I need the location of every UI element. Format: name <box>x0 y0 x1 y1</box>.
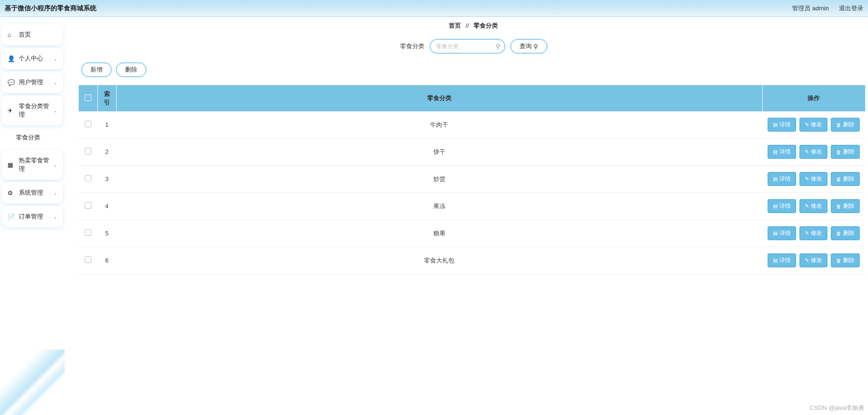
query-button-label: 查询 <box>519 42 532 51</box>
send-icon: ✈ <box>7 107 15 114</box>
edit-button[interactable]: ✎修改 <box>800 199 827 213</box>
detail-button[interactable]: ▤详情 <box>768 226 796 240</box>
trash-icon: 🗑 <box>836 176 841 182</box>
edit-button[interactable]: ✎修改 <box>800 118 827 131</box>
table-header-row: 索引 零食分类 操作 <box>79 85 865 111</box>
home-icon: ⌂ <box>7 31 15 38</box>
toolbar: 新增 删除 <box>79 63 868 85</box>
trash-icon: 🗑 <box>836 122 841 128</box>
search-icon: ⚲ <box>534 43 538 50</box>
row-delete-button[interactable]: 🗑删除 <box>831 226 860 240</box>
data-table: 索引 零食分类 操作 1牛肉干▤详情✎修改🗑删除2饼干▤详情✎修改🗑删除3炒货▤… <box>79 85 865 274</box>
user-label[interactable]: 管理员 admin <box>792 5 829 12</box>
document-icon: ▤ <box>773 230 778 236</box>
cell-category: 饼干 <box>116 138 762 166</box>
sidebar-item-label: 首页 <box>19 30 57 39</box>
sidebar-item-hot[interactable]: ▦ 热卖零食管理 ⌄ <box>2 150 63 180</box>
chevron-down-icon: ⌄ <box>53 108 57 113</box>
chevron-down-icon: ⌄ <box>53 162 57 167</box>
table-row: 2饼干▤详情✎修改🗑删除 <box>79 138 865 166</box>
sidebar-decoration <box>0 349 65 415</box>
table-row: 6零食大礼包▤详情✎修改🗑删除 <box>79 247 865 274</box>
breadcrumb-current: 零食分类 <box>474 22 498 29</box>
breadcrumb: 首页 // 零食分类 <box>79 17 868 33</box>
row-delete-button[interactable]: 🗑删除 <box>831 145 860 159</box>
document-icon: 📄 <box>7 213 15 220</box>
edit-icon: ✎ <box>805 203 809 209</box>
detail-button[interactable]: ▤详情 <box>768 172 796 186</box>
table-row: 4果冻▤详情✎修改🗑删除 <box>79 193 865 220</box>
trash-icon: 🗑 <box>836 149 841 155</box>
trash-icon: 🗑 <box>836 258 841 263</box>
cell-index: 1 <box>97 111 116 138</box>
sidebar-item-orders[interactable]: 📄 订单管理 ⌄ <box>2 206 63 227</box>
edit-button[interactable]: ✎修改 <box>800 145 827 159</box>
document-icon: ▤ <box>773 203 778 209</box>
header-category: 零食分类 <box>116 85 762 111</box>
app-title: 基于微信小程序的零食商城系统 <box>5 4 96 13</box>
cell-category: 糖果 <box>116 220 762 247</box>
delete-button[interactable]: 删除 <box>116 63 146 77</box>
sidebar-item-system[interactable]: ⚙ 系统管理 ⌄ <box>2 182 63 204</box>
query-button[interactable]: 查询 ⚲ <box>511 39 547 53</box>
sidebar: ⌂ 首页 👤 个人中心 ⌄ 💬 用户管理 ⌄ ✈ 零食分类管理 ⌄ 零食分类 ▦… <box>0 17 65 415</box>
logout-link[interactable]: 退出登录 <box>839 5 863 12</box>
row-checkbox[interactable] <box>85 148 91 154</box>
cell-index: 2 <box>97 138 116 166</box>
sidebar-item-label: 订单管理 <box>19 212 53 221</box>
sidebar-item-category[interactable]: ✈ 零食分类管理 ⌄ <box>2 95 63 125</box>
sidebar-item-label: 用户管理 <box>19 78 53 87</box>
edit-icon: ✎ <box>805 149 809 155</box>
sidebar-item-label: 零食分类管理 <box>19 102 53 119</box>
user-icon: 👤 <box>7 55 15 62</box>
main-content: 首页 // 零食分类 零食分类 ⚲ 查询 ⚲ 新增 删除 索引 <box>65 17 868 415</box>
header-ops: 操作 <box>762 85 865 111</box>
document-icon: ▤ <box>773 176 778 182</box>
search-row: 零食分类 ⚲ 查询 ⚲ <box>79 33 868 63</box>
cell-index: 3 <box>97 166 116 193</box>
detail-button[interactable]: ▤详情 <box>768 199 796 213</box>
add-button[interactable]: 新增 <box>82 63 111 77</box>
cell-category: 果冻 <box>116 193 762 220</box>
chevron-down-icon: ⌄ <box>53 214 57 219</box>
row-checkbox[interactable] <box>85 202 91 209</box>
sidebar-item-label: 个人中心 <box>19 54 53 63</box>
cell-index: 4 <box>97 193 116 220</box>
checkbox-all[interactable] <box>85 95 91 101</box>
cell-category: 牛肉干 <box>116 111 762 138</box>
trash-icon: 🗑 <box>836 231 841 236</box>
edit-icon: ✎ <box>805 257 809 263</box>
topbar: 基于微信小程序的零食商城系统 管理员 admin 退出登录 <box>0 0 868 17</box>
sidebar-item-label: 系统管理 <box>19 189 53 197</box>
edit-button[interactable]: ✎修改 <box>800 254 827 267</box>
search-input[interactable] <box>430 39 505 53</box>
header-checkbox <box>79 85 97 111</box>
trash-icon: 🗑 <box>836 204 841 209</box>
row-checkbox[interactable] <box>85 175 91 182</box>
detail-button[interactable]: ▤详情 <box>768 118 796 131</box>
row-delete-button[interactable]: 🗑删除 <box>831 199 860 213</box>
detail-button[interactable]: ▤详情 <box>768 254 796 267</box>
edit-button[interactable]: ✎修改 <box>800 172 827 186</box>
table-row: 5糖果▤详情✎修改🗑删除 <box>79 220 865 247</box>
row-delete-button[interactable]: 🗑删除 <box>831 254 860 267</box>
chevron-down-icon: ⌄ <box>53 80 57 85</box>
breadcrumb-home[interactable]: 首页 <box>449 22 461 29</box>
sidebar-subitem-category[interactable]: 零食分类 <box>0 128 65 147</box>
header-index: 索引 <box>97 85 116 111</box>
table-row: 1牛肉干▤详情✎修改🗑删除 <box>79 111 865 138</box>
sidebar-item-home[interactable]: ⌂ 首页 <box>2 24 63 45</box>
row-checkbox[interactable] <box>85 229 91 236</box>
document-icon: ▤ <box>773 149 778 155</box>
edit-button[interactable]: ✎修改 <box>800 226 827 240</box>
sidebar-item-profile[interactable]: 👤 个人中心 ⌄ <box>2 48 63 69</box>
sidebar-item-users[interactable]: 💬 用户管理 ⌄ <box>2 72 63 93</box>
chevron-down-icon: ⌄ <box>53 190 57 196</box>
row-delete-button[interactable]: 🗑删除 <box>831 172 860 186</box>
detail-button[interactable]: ▤详情 <box>768 145 796 159</box>
breadcrumb-separator: // <box>466 22 469 29</box>
row-delete-button[interactable]: 🗑删除 <box>831 118 860 131</box>
cell-index: 5 <box>97 220 116 247</box>
row-checkbox[interactable] <box>85 121 91 127</box>
row-checkbox[interactable] <box>85 256 91 263</box>
